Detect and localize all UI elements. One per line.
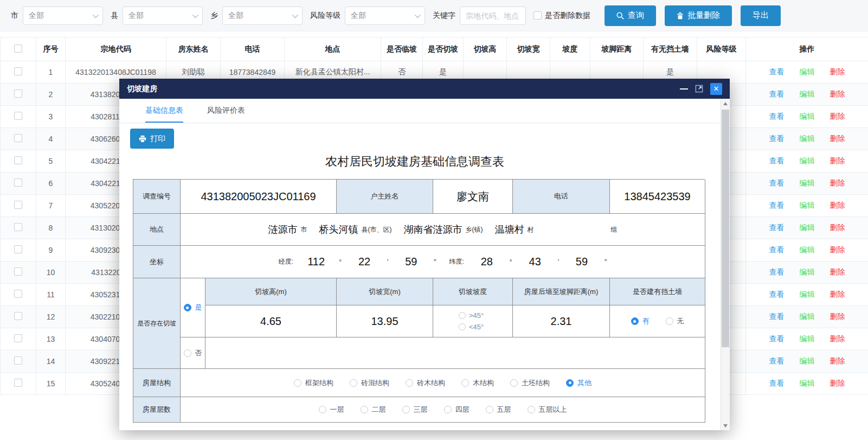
row-checkbox[interactable] (14, 334, 22, 342)
floors-option[interactable]: 四层 (444, 405, 470, 415)
delete-link[interactable]: 删除 (830, 245, 845, 254)
delete-link[interactable]: 删除 (830, 290, 845, 298)
edit-link[interactable]: 编辑 (800, 112, 815, 120)
row-checkbox[interactable] (14, 201, 22, 209)
edit-link[interactable]: 编辑 (800, 178, 815, 187)
delete-link[interactable]: 删除 (830, 112, 845, 120)
row-checkbox[interactable] (14, 245, 22, 253)
row-checkbox[interactable] (14, 156, 22, 164)
delete-link[interactable]: 删除 (830, 334, 845, 343)
delete-link[interactable]: 删除 (830, 67, 845, 76)
row-checkbox[interactable] (14, 356, 22, 365)
delete-link[interactable]: 删除 (830, 134, 845, 143)
view-link[interactable]: 查看 (769, 112, 785, 120)
floors-option[interactable]: 五层以上 (528, 405, 567, 415)
view-link[interactable]: 查看 (769, 245, 785, 254)
row-checkbox[interactable] (14, 223, 22, 231)
row-checkbox[interactable] (14, 312, 22, 320)
wall-yes-option[interactable]: 有 (631, 316, 650, 326)
floors-option[interactable]: 三层 (402, 405, 428, 415)
edit-link[interactable]: 编辑 (800, 290, 815, 298)
row-checkbox[interactable] (14, 90, 22, 98)
delete-link[interactable]: 删除 (830, 178, 845, 187)
tab-risk-evaluation[interactable]: 风险评价表 (207, 99, 245, 123)
maximize-icon[interactable] (695, 85, 703, 93)
cut-exist-no[interactable]: 否 (181, 337, 205, 369)
view-link[interactable]: 查看 (769, 90, 785, 98)
export-button[interactable]: 导出 (741, 5, 781, 26)
delete-link[interactable]: 删除 (830, 223, 845, 232)
minimize-icon[interactable] (680, 88, 688, 90)
structure-option[interactable]: 框架结构 (294, 378, 333, 388)
select-all-checkbox[interactable] (14, 44, 22, 53)
row-checkbox[interactable] (14, 290, 22, 298)
delete-link[interactable]: 删除 (830, 156, 845, 165)
print-button[interactable]: 打印 (130, 129, 174, 149)
slope-lt-option[interactable]: <45° (459, 323, 487, 331)
delete-link[interactable]: 删除 (830, 356, 845, 365)
scroll-down-button[interactable] (721, 421, 730, 430)
structure-option[interactable]: 木结构 (461, 378, 494, 388)
batch-delete-button[interactable]: 批量删除 (665, 5, 732, 26)
view-link[interactable]: 查看 (769, 67, 785, 76)
edit-link[interactable]: 编辑 (800, 356, 815, 365)
structure-option[interactable]: 其他 (566, 378, 591, 388)
city-select[interactable]: 全部 (23, 7, 103, 25)
view-link[interactable]: 查看 (769, 379, 785, 387)
view-link[interactable]: 查看 (769, 356, 785, 365)
modal-scrollbar[interactable] (721, 99, 730, 430)
row-checkbox[interactable] (14, 267, 22, 276)
view-link[interactable]: 查看 (769, 312, 785, 321)
delete-link[interactable]: 删除 (830, 90, 845, 98)
view-link[interactable]: 查看 (769, 290, 785, 298)
edit-link[interactable]: 编辑 (800, 223, 815, 232)
tab-basic-info[interactable]: 基础信息表 (145, 99, 183, 123)
structure-option[interactable]: 砖混结构 (350, 378, 389, 388)
close-icon[interactable]: ✕ (710, 83, 722, 95)
row-checkbox[interactable] (14, 134, 22, 142)
row-checkbox[interactable] (14, 112, 22, 120)
floors-option[interactable]: 一层 (319, 405, 344, 415)
keyword-input[interactable] (460, 7, 526, 25)
view-link[interactable]: 查看 (769, 178, 785, 187)
edit-link[interactable]: 编辑 (800, 134, 815, 143)
edit-link[interactable]: 编辑 (800, 312, 815, 321)
risk-level-select[interactable]: 全部 (345, 7, 425, 25)
cut-exist-yes[interactable]: 是 (181, 278, 205, 337)
edit-link[interactable]: 编辑 (800, 334, 815, 343)
view-link[interactable]: 查看 (769, 134, 785, 143)
deleted-data-checkbox[interactable] (533, 11, 542, 20)
row-checkbox[interactable] (14, 178, 22, 187)
view-link[interactable]: 查看 (769, 201, 785, 209)
edit-link[interactable]: 编辑 (800, 379, 815, 387)
query-button[interactable]: 查询 (605, 5, 656, 26)
view-link[interactable]: 查看 (769, 223, 785, 232)
township-select[interactable]: 全部 (222, 7, 303, 25)
delete-link[interactable]: 删除 (830, 201, 845, 209)
delete-link[interactable]: 删除 (830, 379, 845, 387)
wall-no-option[interactable]: 无 (666, 316, 684, 326)
edit-link[interactable]: 编辑 (800, 90, 815, 98)
edit-link[interactable]: 编辑 (800, 67, 815, 76)
structure-option[interactable]: 砖木结构 (406, 378, 445, 388)
delete-link[interactable]: 删除 (830, 267, 845, 276)
view-link[interactable]: 查看 (769, 334, 785, 343)
floors-option[interactable]: 二层 (361, 405, 386, 415)
edit-link[interactable]: 编辑 (800, 156, 815, 165)
min-symbol: ′ (558, 258, 559, 266)
row-checkbox[interactable] (14, 67, 22, 75)
row-checkbox[interactable] (14, 379, 22, 387)
edit-link[interactable]: 编辑 (800, 267, 815, 276)
floors-option[interactable]: 五层 (486, 405, 511, 415)
structure-option[interactable]: 土坯结构 (510, 378, 550, 388)
edit-link[interactable]: 编辑 (800, 245, 815, 254)
view-link[interactable]: 查看 (769, 267, 785, 276)
edit-link[interactable]: 编辑 (800, 201, 815, 209)
radio-icon (184, 304, 191, 311)
view-link[interactable]: 查看 (769, 156, 785, 165)
delete-link[interactable]: 删除 (830, 312, 845, 321)
county-select[interactable]: 全部 (123, 7, 203, 25)
scrollbar-thumb[interactable] (722, 110, 729, 347)
scroll-up-button[interactable] (721, 99, 730, 108)
slope-gt-option[interactable]: >45° (459, 311, 487, 320)
